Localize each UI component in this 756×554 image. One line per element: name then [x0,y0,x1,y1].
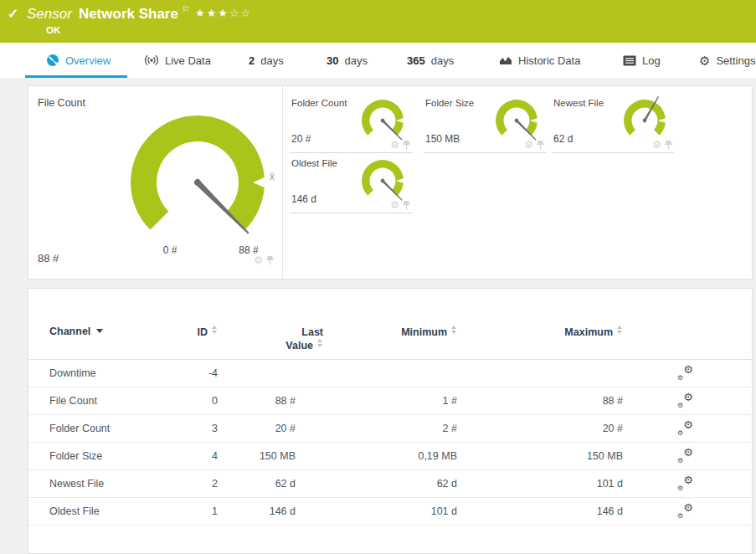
channel-table-header: Channel ID Last Value Minimum Maximum [28,289,752,360]
gauge-min-label: 0 # [153,244,187,256]
flag-icon[interactable]: ⚐ [182,4,190,14]
column-header-channel[interactable]: Channel [49,326,103,337]
tab-historic-data[interactable]: Historic Data [499,49,580,71]
channel-name: Folder Size [49,443,102,470]
file-count-gauge-panel: File Count x̄ 0 # 88 # 88 # ⚙ [28,86,283,279]
sensor-status-header: ✓ SensorNetwork Share⚐ ★★★☆☆ OK [0,0,756,43]
table-row[interactable]: Folder Size 4 150 MB 0,19 MB 150 MB ⚙⚙ [28,443,752,470]
pin-icon[interactable] [403,141,410,150]
pin-icon[interactable] [403,201,410,210]
pin-icon[interactable] [266,256,274,265]
minimum-value: 62 d [373,470,457,498]
active-tab-underline [25,75,127,78]
maximum-value: 150 MB [539,443,623,470]
tab-live-data[interactable]: Live Data [144,49,211,71]
folder-size-gauge [493,98,540,145]
maximum-value: 20 # [539,415,623,443]
oldest-file-gauge-card: Oldest File 146 d ⚙ [290,155,413,213]
channel-name: Downtime [49,360,96,387]
tab-number: 2 [249,54,255,67]
channel-id: 4 [134,443,218,470]
folder-count-gauge [359,98,406,145]
tab-label: Live Data [165,54,211,67]
tab-number: 365 [407,54,425,67]
sort-icon [212,326,218,336]
pin-icon[interactable] [665,141,672,150]
tab-log[interactable]: Log [623,49,661,71]
tab-number: 30 [327,54,338,67]
minimum-value: 1 # [373,387,457,415]
sort-descending-icon [96,329,103,333]
minimum-value: 2 # [373,415,457,443]
channel-settings-icon[interactable]: ⚙⚙ [676,366,693,382]
log-icon [623,55,636,66]
channel-id: 0 [134,387,218,415]
channel-gear-icon[interactable]: ⚙ [390,200,399,210]
channel-settings-icon[interactable]: ⚙⚙ [676,476,693,492]
channel-name: Oldest File [49,498,100,526]
channel-gear-icon[interactable]: ⚙ [524,140,533,150]
channel-id: 2 [134,470,218,498]
channel-settings-icon[interactable]: ⚙⚙ [676,421,693,437]
priority-stars[interactable]: ★★★☆☆ [195,7,252,19]
gauge-title: File Count [38,97,85,109]
tab-settings[interactable]: ⚙ Settings [699,49,755,71]
pin-icon[interactable] [537,141,544,150]
minimum-value: 101 d [373,498,457,526]
gauge-current-value: 88 # [38,252,59,264]
gauge-title: Folder Size [425,98,474,108]
last-value: 20 # [212,415,296,443]
gauge-title: Newest File [553,98,604,108]
tab-30-days[interactable]: 30 days [327,49,368,71]
maximum-value: 88 # [539,387,623,415]
minimum-value: 0,19 MB [373,443,457,470]
column-header-last-value[interactable]: Last Value [276,326,323,352]
live-data-icon [144,54,159,66]
tab-2-days[interactable]: 2 days [249,49,284,71]
channel-name: Newest File [49,470,104,498]
sensor-name: Network Share [79,6,178,22]
area-chart-icon [499,54,512,66]
tab-overview[interactable]: Overview [46,49,111,71]
column-header-id[interactable]: ID [134,326,218,338]
channel-settings-icon[interactable]: ⚙⚙ [676,393,693,409]
tab-label: Log [642,54,661,67]
average-marker-label: x̄ [270,171,275,182]
gauge-icon [46,54,59,67]
gauge-title: Oldest File [291,158,337,168]
column-header-minimum[interactable]: Minimum [373,326,457,338]
last-value: 146 d [212,498,296,526]
gauges-section: File Count x̄ 0 # 88 # 88 # ⚙ Folder Cou… [28,85,753,280]
tab-label: days [260,54,283,67]
sort-icon [317,339,323,349]
channel-gear-icon[interactable]: ⚙ [652,140,661,150]
oldest-file-gauge [359,158,406,205]
channel-name: Folder Count [49,415,110,443]
table-row[interactable]: Newest File 2 62 d 62 d 101 d ⚙⚙ [28,470,752,498]
last-value: 88 # [212,387,296,415]
tab-365-days[interactable]: 365 days [407,49,454,71]
table-row[interactable]: Folder Count 3 20 # 2 # 20 # ⚙⚙ [28,415,752,443]
tab-bar: Overview Live Data 2 days 30 days 365 da… [0,43,756,78]
table-row[interactable]: File Count 0 88 # 1 # 88 # ⚙⚙ [28,387,752,415]
channel-settings-icon[interactable]: ⚙⚙ [676,449,693,464]
channel-gear-icon[interactable]: ⚙ [254,255,263,265]
newest-file-gauge [621,98,668,145]
newest-file-gauge-card: Newest File 62 d ⚙ [552,95,675,153]
table-row[interactable]: Oldest File 1 146 d 101 d 146 d ⚙⚙ [28,498,752,526]
gauge-title: Folder Count [291,98,347,108]
file-count-gauge [121,105,280,256]
table-row[interactable]: Downtime -4 ⚙⚙ [28,360,752,387]
channel-id: -4 [134,360,218,387]
channel-name: File Count [49,387,97,415]
tab-label: Settings [716,54,755,67]
channel-id: 1 [134,498,218,526]
column-header-maximum[interactable]: Maximum [539,326,623,338]
gauge-current-value: 150 MB [425,133,460,145]
gear-icon: ⚙ [699,54,710,67]
channel-settings-icon[interactable]: ⚙⚙ [676,504,693,520]
channel-gear-icon[interactable]: ⚙ [390,140,399,150]
channel-id: 3 [134,415,218,443]
last-value: 150 MB [212,443,296,470]
maximum-value: 101 d [539,470,623,498]
